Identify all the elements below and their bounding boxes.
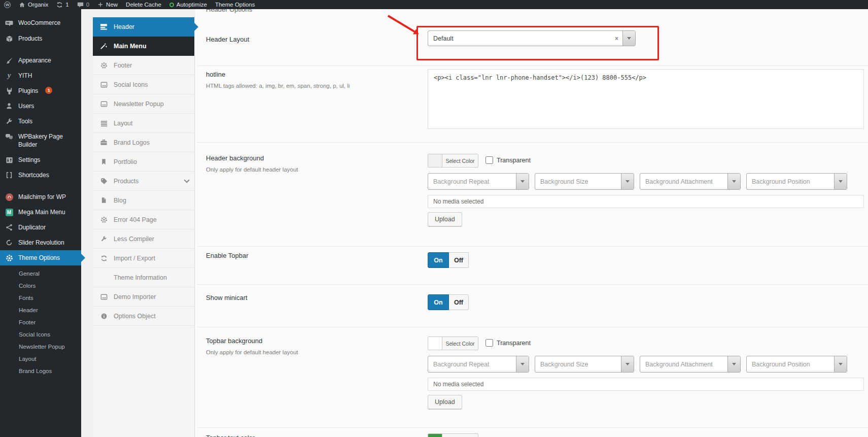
wp-admin-menu: WooCommerce Products Appearance y YITH P… xyxy=(0,9,81,437)
transparent-checkbox[interactable] xyxy=(485,339,493,347)
submenu-item-social-icons[interactable]: Social Icons xyxy=(0,328,81,341)
color-swatch xyxy=(428,154,442,167)
clear-selection-icon[interactable]: × xyxy=(611,35,622,42)
toggle-on-button[interactable]: On xyxy=(428,252,449,268)
delete-cache-link[interactable]: Delete Cache xyxy=(122,0,165,9)
menu-lines-icon xyxy=(99,120,108,127)
toggle-on-button[interactable]: On xyxy=(428,294,449,310)
sidebar-item-wpbakery[interactable]: WPBakery Page Builder xyxy=(0,129,81,152)
select-arrow-box[interactable] xyxy=(622,31,635,46)
select-color-button[interactable]: Select Color xyxy=(442,337,478,350)
tab-main-menu[interactable]: Main Menu xyxy=(93,37,194,56)
select-arrow-box xyxy=(621,356,634,372)
sidebar-item-appearance[interactable]: Appearance xyxy=(0,53,81,68)
tab-error-404[interactable]: Error 404 Page xyxy=(93,210,194,229)
header-layout-select[interactable]: Default × xyxy=(428,30,636,46)
submenu-item-newsletter-popup[interactable]: Newsletter Popup xyxy=(0,341,81,353)
toggle-off-button[interactable]: Off xyxy=(449,252,469,268)
tab-portfolio[interactable]: Portfolio xyxy=(93,152,194,172)
autoptimize-status-icon xyxy=(169,3,174,7)
site-name: Organix xyxy=(28,2,48,8)
new-content-menu[interactable]: New xyxy=(93,0,122,9)
gear-icon xyxy=(5,254,14,262)
sidebar-item-settings[interactable]: Settings xyxy=(0,152,81,167)
header-bg-position-select[interactable]: Background Position xyxy=(746,173,847,190)
header-layout-value: Default xyxy=(428,35,611,42)
tab-brand-logos[interactable]: Brand Logos xyxy=(93,133,194,152)
tab-import-export[interactable]: Import / Export xyxy=(93,249,194,268)
sidebar-item-theme-options[interactable]: Theme Options xyxy=(0,250,81,265)
hotline-label: hotline xyxy=(206,71,225,78)
submenu-item-header[interactable]: Header xyxy=(0,304,81,316)
tab-theme-information[interactable]: Theme Information xyxy=(93,268,194,287)
submenu-item-footer[interactable]: Footer xyxy=(0,316,81,328)
updates-link[interactable]: 1 xyxy=(52,0,73,9)
select-color-button[interactable]: Select Color xyxy=(442,154,478,167)
sidebar-item-mailchimp[interactable]: Mailchimp for WP xyxy=(0,189,81,205)
header-bg-repeat-select[interactable]: Background Repeat xyxy=(428,173,529,190)
plus-icon xyxy=(97,2,103,8)
chevron-down-icon xyxy=(839,180,843,183)
sidebar-item-plugins[interactable]: Plugins 1 xyxy=(0,83,81,98)
theme-options-bar-link[interactable]: Theme Options xyxy=(211,0,259,9)
tab-label: Newsletter Popup xyxy=(114,100,164,108)
sidebar-item-users[interactable]: Users xyxy=(0,98,81,114)
header-bg-upload-button[interactable]: Upload xyxy=(428,212,462,226)
page-icon xyxy=(99,197,108,204)
wp-logo-menu[interactable]: W xyxy=(0,0,15,9)
tab-header[interactable]: Header xyxy=(93,17,194,37)
sidebar-item-products[interactable]: Products xyxy=(0,31,81,46)
sidebar-item-slider-revolution[interactable]: Slider Revolution xyxy=(0,235,81,250)
submenu-item-general[interactable]: General xyxy=(0,267,81,280)
topbar-bg-color-picker[interactable]: Select Color xyxy=(428,337,478,350)
sidebar-item-label: Appearance xyxy=(18,56,51,64)
hotline-textarea[interactable]: <p><i class="lnr lnr-phone-handset"></i>… xyxy=(428,69,864,129)
sidebar-item-shortcodes[interactable]: Shortcodes xyxy=(0,167,81,183)
submenu-item-colors[interactable]: Colors xyxy=(0,280,81,292)
select-color-button[interactable]: Select Color xyxy=(442,434,478,437)
tab-footer[interactable]: Footer xyxy=(93,56,194,75)
settings-sliders-icon xyxy=(5,156,14,164)
sidebar-item-mega-main-menu[interactable]: M Mega Main Menu xyxy=(0,205,81,220)
toggle-off-button[interactable]: Off xyxy=(449,294,469,310)
site-name-link[interactable]: Organix xyxy=(15,0,52,9)
sidebar-item-tools[interactable]: Tools xyxy=(0,114,81,129)
header-bg-media-field[interactable]: No media selected xyxy=(428,195,864,208)
topbar-text-color-picker[interactable]: Select Color xyxy=(428,433,478,437)
sidebar-item-yith[interactable]: y YITH xyxy=(0,68,81,83)
tab-products[interactable]: Products xyxy=(93,172,194,191)
header-bg-attachment-select[interactable]: Background Attachment xyxy=(640,173,741,190)
sidebar-item-label: Users xyxy=(18,102,34,110)
tab-label: Main Menu xyxy=(114,43,147,50)
tab-blog[interactable]: Blog xyxy=(93,191,194,210)
tab-demo-importer[interactable]: Demo Importer xyxy=(93,287,194,307)
window-icon xyxy=(99,293,108,300)
box-icon xyxy=(5,35,14,43)
menu-separator xyxy=(0,183,81,189)
sidebar-item-duplicator[interactable]: Duplicator xyxy=(0,220,81,235)
topbar-bg-upload-button[interactable]: Upload xyxy=(428,395,462,409)
tab-social-icons[interactable]: Social Icons xyxy=(93,75,194,94)
tab-less-compiler[interactable]: Less Compiler xyxy=(93,229,194,249)
topbar-background-description: Only apply for default header layout xyxy=(206,349,298,355)
submenu-item-brand-logos[interactable]: Brand Logos xyxy=(0,365,81,377)
submenu-item-layout[interactable]: Layout xyxy=(0,353,81,365)
topbar-bg-size-select[interactable]: Background Size xyxy=(535,356,634,373)
topbar-bg-position-select[interactable]: Background Position xyxy=(746,356,847,373)
sidebar-item-woocommerce[interactable]: WooCommerce xyxy=(0,15,81,31)
tab-newsletter-popup[interactable]: Newsletter Popup xyxy=(93,94,194,114)
transparent-checkbox[interactable] xyxy=(485,156,493,164)
autoptimize-menu[interactable]: Autoptimize xyxy=(165,0,211,9)
header-bg-color-picker[interactable]: Select Color xyxy=(428,154,478,167)
tab-options-object[interactable]: Options Object xyxy=(93,307,194,326)
submenu-item-fonts[interactable]: Fonts xyxy=(0,292,81,304)
comments-link[interactable]: 0 xyxy=(73,0,93,9)
tab-layout[interactable]: Layout xyxy=(93,114,194,133)
topbar-bg-media-field[interactable]: No media selected xyxy=(428,378,864,391)
comment-icon xyxy=(77,2,84,8)
chevron-down-icon xyxy=(732,363,736,365)
topbar-bg-repeat-select[interactable]: Background Repeat xyxy=(428,356,529,373)
gear-icon xyxy=(99,216,108,223)
header-bg-size-select[interactable]: Background Size xyxy=(535,173,634,190)
topbar-bg-attachment-select[interactable]: Background Attachment xyxy=(640,356,741,373)
